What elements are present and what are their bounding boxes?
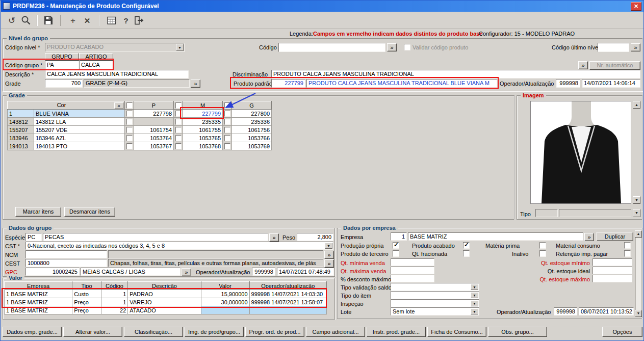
material-consumo-checkbox[interactable] bbox=[624, 242, 631, 249]
codigo-input[interactable] bbox=[278, 43, 385, 52]
calendar-button[interactable] bbox=[105, 14, 118, 27]
cor-cell[interactable]: 183946 AZL bbox=[34, 134, 125, 142]
codigo-ultimo-nivel-input[interactable] bbox=[598, 43, 629, 52]
cor-lookup-button[interactable]: » bbox=[114, 102, 123, 109]
m-code-cell[interactable]: 227799 bbox=[183, 110, 223, 118]
codigo-ultimo-lookup-button[interactable]: » bbox=[631, 43, 640, 51]
qt-maxima-venda-input[interactable] bbox=[391, 267, 434, 274]
chevron-down-icon[interactable]: ▼ bbox=[325, 243, 332, 249]
qt-estoque-ideal-input[interactable] bbox=[593, 267, 632, 274]
valor-row[interactable]: 1 BASE MATRIZ Preço 22 ATACADO bbox=[5, 306, 327, 314]
valor-cell[interactable]: 15,900000 bbox=[201, 290, 249, 298]
m-column-header[interactable]: M bbox=[183, 101, 223, 110]
footer-button-instr-prod-grade[interactable]: Instr. prod. grade... bbox=[367, 327, 426, 337]
cor-cell[interactable]: 155207 VDE bbox=[34, 126, 125, 134]
nr-automatico-button[interactable]: Nr. automático bbox=[589, 61, 640, 70]
desconto-maximo-input[interactable] bbox=[391, 275, 434, 282]
grade-lookup-button[interactable]: » bbox=[191, 80, 200, 88]
grade-row[interactable]: 155207 155207 VDE 1061754 1061755 106175… bbox=[8, 126, 272, 134]
ncm-lookup-button[interactable]: » bbox=[324, 251, 334, 259]
select-all-m-checkbox[interactable] bbox=[175, 102, 182, 109]
chevron-down-icon[interactable]: ▼ bbox=[471, 308, 478, 314]
validar-codigo-checkbox[interactable] bbox=[404, 44, 410, 50]
p-code-cell[interactable] bbox=[134, 118, 174, 126]
g-code-cell[interactable]: 1053766 bbox=[232, 134, 272, 142]
descricao-column-header[interactable]: Descrição bbox=[128, 282, 201, 290]
descricao-cell[interactable]: PADRAO bbox=[128, 290, 201, 298]
p-checkbox[interactable] bbox=[126, 111, 133, 117]
codigo-column-header[interactable]: Código bbox=[101, 282, 127, 290]
m-checkbox[interactable] bbox=[175, 143, 182, 149]
artigo-input[interactable]: CALCA bbox=[79, 61, 113, 69]
desmarcar-itens-button[interactable]: Desmarcar itens bbox=[64, 207, 115, 217]
valor-row[interactable]: 1 BASE MATRIZ Custo 1 PADRAO 15,900000 9… bbox=[5, 290, 327, 298]
operador-column-header[interactable]: Operador/atualização bbox=[249, 282, 326, 290]
descricao-cell[interactable]: ATACADO bbox=[128, 306, 201, 314]
especie-lookup-button[interactable]: » bbox=[269, 233, 279, 242]
codigo-lookup-button[interactable]: » bbox=[387, 43, 397, 51]
footer-button-classificacao[interactable]: Classificação... bbox=[124, 327, 183, 337]
empresa-cell[interactable]: 1 BASE MATRIZ bbox=[5, 306, 72, 314]
m-checkbox[interactable] bbox=[175, 127, 182, 133]
tipo-cell[interactable]: Preço bbox=[72, 306, 101, 314]
descricao-input[interactable]: CALCA JEANS MASCULINA TRADICIONAL bbox=[45, 70, 189, 78]
grade-row[interactable]: 1 BLUE VIANA 227798 227799 227800 bbox=[8, 110, 272, 118]
empresa-lookup-button[interactable]: » bbox=[584, 233, 594, 241]
tipo-column-header[interactable]: Tipo bbox=[72, 282, 101, 290]
valor-row[interactable]: 1 BASE MATRIZ Preço 1 VAREJO 30,000000 9… bbox=[5, 298, 327, 306]
valor-cell[interactable]: 30,000000 bbox=[201, 298, 249, 306]
marcar-itens-button[interactable]: Marcar itens bbox=[15, 207, 61, 217]
empresa-codigo-input[interactable]: 1 bbox=[391, 232, 407, 241]
p-code-cell[interactable]: 1061754 bbox=[134, 126, 174, 134]
peso-input[interactable]: 2,800 bbox=[297, 233, 333, 241]
empresa-cell[interactable]: 1 BASE MATRIZ bbox=[5, 290, 72, 298]
codigo-cell[interactable]: 1 bbox=[101, 298, 127, 306]
valor-column-header[interactable]: Valor bbox=[201, 282, 249, 290]
cor-cell[interactable]: BLUE VIANA bbox=[34, 110, 125, 118]
tipo-do-item-select[interactable]: ▼ bbox=[391, 291, 479, 299]
tipo-cell[interactable]: Custo bbox=[72, 290, 101, 298]
tipo-validacao-saldo-select[interactable]: ▼ bbox=[391, 283, 479, 291]
cst-select[interactable]: 0-Nacional, exceto as indicadas nos códi… bbox=[25, 242, 333, 250]
select-all-p-checkbox[interactable] bbox=[126, 102, 133, 109]
chevron-down-icon[interactable]: ▼ bbox=[471, 300, 478, 306]
operador-cell[interactable]: 999998 14/07/2021 13:58:07 bbox=[249, 298, 326, 306]
m-code-cell[interactable]: 1053768 bbox=[183, 142, 223, 150]
inativo-checkbox[interactable] bbox=[539, 250, 546, 257]
materia-prima-checkbox[interactable] bbox=[539, 242, 546, 249]
delete-button[interactable]: ✕ bbox=[81, 14, 94, 27]
p-checkbox[interactable] bbox=[126, 127, 133, 133]
produto-padrao-codigo-field[interactable]: 227799 bbox=[271, 79, 305, 88]
p-checkbox[interactable] bbox=[126, 143, 133, 149]
cor-cell[interactable]: 194013 PTO bbox=[34, 142, 125, 150]
qt-estoque-minimo-input[interactable] bbox=[593, 258, 632, 266]
cor-cell[interactable]: 143812 LLA bbox=[34, 118, 125, 126]
m-checkbox[interactable] bbox=[175, 111, 182, 117]
lote-select[interactable]: Sem lote ▼ bbox=[391, 307, 479, 316]
qt-fracionada-checkbox[interactable] bbox=[463, 250, 470, 257]
g-column-header[interactable]: G bbox=[232, 101, 272, 110]
add-button[interactable]: + bbox=[66, 14, 80, 27]
codigo-cell[interactable]: 22 bbox=[101, 306, 127, 314]
cor-column-header[interactable]: Cor» bbox=[8, 101, 125, 110]
nr-automatico-lookup-button[interactable]: » bbox=[578, 61, 588, 69]
exit-button[interactable] bbox=[133, 14, 146, 27]
tipo-dropdown-button[interactable]: ▼ bbox=[633, 209, 640, 217]
operador-cell[interactable] bbox=[249, 306, 326, 314]
image-scroll-up-button[interactable]: ▲ bbox=[633, 101, 640, 109]
g-checkbox[interactable] bbox=[224, 127, 230, 133]
g-code-cell[interactable]: 235336 bbox=[232, 118, 272, 126]
valor-cell[interactable] bbox=[201, 306, 249, 314]
ncm-input[interactable] bbox=[25, 250, 107, 258]
g-code-cell[interactable]: 1053769 bbox=[232, 142, 272, 150]
grade-row[interactable]: 194013 194013 PTO 1053767 1053768 105376… bbox=[8, 142, 272, 150]
produto-terceiro-checkbox[interactable] bbox=[393, 250, 399, 257]
tipo-desc-field[interactable] bbox=[559, 209, 631, 217]
descricao-cell[interactable]: VAREJO bbox=[128, 298, 201, 306]
g-checkbox[interactable] bbox=[224, 119, 230, 125]
m-code-cell[interactable]: 1061755 bbox=[183, 126, 223, 134]
tipo-cell[interactable]: Preço bbox=[72, 298, 101, 306]
footer-button-img-prod-grupo[interactable]: Img. de prod/grupo... bbox=[185, 327, 244, 337]
g-checkbox[interactable] bbox=[224, 143, 230, 149]
especie-codigo-input[interactable]: PC bbox=[25, 233, 42, 241]
